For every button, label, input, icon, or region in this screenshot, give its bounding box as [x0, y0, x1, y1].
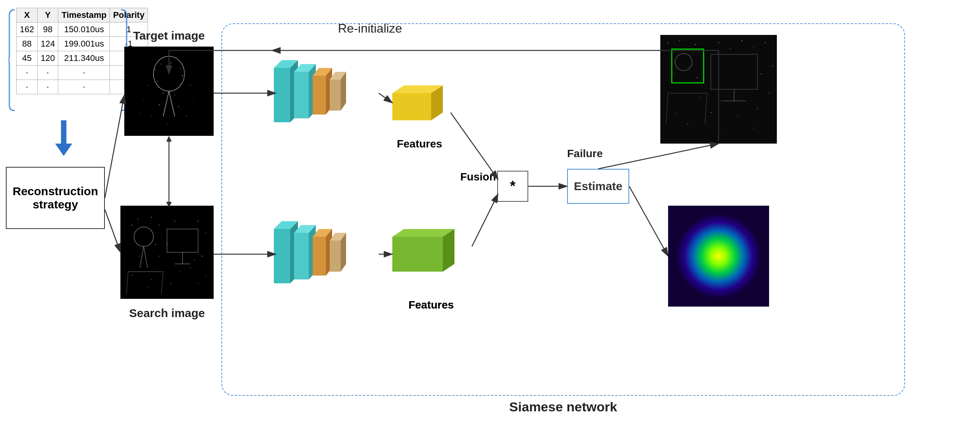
reconstruction-strategy-label: Reconstruction strategy — [10, 185, 100, 211]
svg-point-36 — [155, 244, 156, 245]
down-arrow-icon — [55, 120, 72, 156]
svg-rect-59 — [294, 72, 309, 118]
features-top-box — [392, 78, 454, 132]
col-x: X — [17, 8, 38, 23]
svg-rect-71 — [294, 233, 309, 279]
svg-point-53 — [180, 271, 181, 272]
features-bottom-box — [392, 221, 470, 283]
svg-point-10 — [157, 81, 158, 82]
svg-point-41 — [205, 232, 206, 233]
svg-rect-77 — [330, 241, 341, 272]
svg-point-4 — [155, 69, 156, 70]
failure-label: Failure — [567, 147, 603, 160]
star-symbol: * — [510, 178, 515, 194]
svg-point-17 — [190, 85, 191, 86]
col-y: Y — [37, 8, 58, 23]
svg-point-88 — [668, 42, 668, 43]
svg-point-5 — [161, 64, 162, 64]
svg-rect-74 — [313, 237, 326, 276]
svg-point-43 — [190, 267, 191, 268]
svg-point-40 — [198, 221, 198, 222]
svg-point-108 — [757, 108, 758, 109]
svg-point-112 — [720, 101, 721, 101]
target-image — [124, 47, 214, 136]
svg-marker-122 — [166, 136, 172, 142]
search-image — [120, 206, 214, 299]
tracking-rectangle — [671, 49, 704, 83]
svg-line-120 — [105, 210, 120, 252]
svg-point-46 — [171, 283, 172, 284]
svg-point-89 — [679, 40, 680, 41]
search-image-label: Search image — [120, 307, 214, 320]
col-polarity: Polarity — [110, 8, 148, 23]
col-timestamp: Timestamp — [58, 8, 110, 23]
svg-rect-83 — [392, 237, 443, 272]
estimate-box: Estimate — [567, 169, 629, 204]
left-brace-icon — [8, 8, 16, 113]
svg-rect-62 — [313, 76, 326, 114]
svg-point-9 — [180, 83, 181, 84]
reinitialize-label: Re-initialize — [338, 21, 402, 36]
svg-point-7 — [180, 68, 181, 68]
target-image-svg — [124, 47, 214, 136]
siamese-network-label: Siamese network — [509, 399, 617, 414]
svg-point-11 — [153, 75, 154, 76]
svg-point-22 — [167, 124, 167, 125]
svg-point-37 — [159, 256, 160, 257]
svg-point-8 — [182, 75, 183, 76]
svg-point-38 — [167, 244, 167, 245]
svg-point-18 — [143, 101, 144, 101]
svg-point-91 — [707, 50, 707, 51]
svg-point-32 — [132, 225, 132, 225]
event-table-container: X Y Timestamp Polarity 162 98 150.010us … — [8, 8, 128, 94]
svg-point-52 — [139, 256, 140, 257]
svg-point-33 — [138, 219, 138, 220]
svg-point-16 — [147, 85, 148, 86]
features-bottom-label-2: Features — [392, 299, 470, 311]
fusion-label: Fusion — [460, 171, 496, 183]
svg-point-44 — [132, 275, 132, 276]
fusion-star-box: * — [497, 171, 528, 202]
svg-point-48 — [205, 275, 206, 276]
features-top-label: Features — [392, 138, 447, 150]
svg-point-93 — [730, 48, 731, 49]
svg-point-24 — [200, 112, 200, 113]
svg-point-94 — [742, 40, 743, 42]
search-image-svg — [120, 206, 214, 299]
output-tracking-image — [660, 35, 777, 144]
estimate-label: Estimate — [574, 180, 622, 193]
svg-point-13 — [174, 95, 175, 95]
svg-point-109 — [769, 93, 769, 94]
svg-point-23 — [139, 112, 140, 113]
target-image-label: Target image — [124, 29, 214, 42]
svg-point-92 — [718, 42, 719, 43]
svg-point-45 — [151, 279, 152, 280]
svg-point-113 — [675, 112, 676, 113]
svg-point-106 — [710, 112, 712, 113]
output-heatmap — [668, 206, 769, 307]
svg-rect-56 — [274, 68, 290, 122]
svg-point-42 — [202, 256, 203, 257]
svg-point-12 — [163, 93, 164, 94]
reconstruction-strategy-box: Reconstruction strategy — [6, 167, 105, 229]
svg-rect-65 — [330, 80, 341, 111]
cnn-layers-top — [274, 60, 383, 138]
svg-point-111 — [773, 66, 773, 66]
svg-point-96 — [765, 42, 766, 43]
svg-point-54 — [147, 287, 148, 288]
svg-point-95 — [753, 46, 754, 47]
svg-point-114 — [687, 124, 688, 125]
svg-point-116 — [753, 128, 754, 128]
svg-point-107 — [738, 116, 738, 117]
svg-point-35 — [159, 225, 160, 225]
svg-point-115 — [722, 130, 723, 130]
svg-point-15 — [178, 106, 179, 107]
svg-point-118 — [676, 213, 761, 299]
svg-point-55 — [194, 260, 195, 260]
svg-point-105 — [699, 97, 700, 97]
heatmap-svg — [668, 206, 769, 307]
svg-point-47 — [198, 283, 198, 284]
svg-point-6 — [171, 62, 172, 64]
svg-point-21 — [186, 116, 187, 117]
svg-rect-68 — [274, 229, 290, 283]
